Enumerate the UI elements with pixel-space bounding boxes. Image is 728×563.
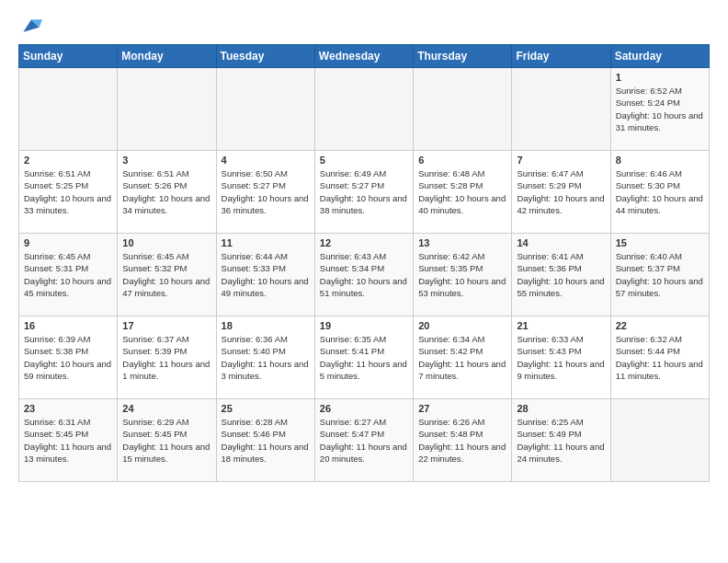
week-row-2: 2Sunrise: 6:51 AM Sunset: 5:25 PM Daylig… — [19, 151, 710, 234]
day-number: 4 — [222, 155, 310, 166]
day-info: Sunrise: 6:29 AM Sunset: 5:45 PM Dayligh… — [122, 416, 210, 465]
weekday-monday: Monday — [118, 45, 216, 68]
day-number: 22 — [616, 320, 704, 331]
day-info: Sunrise: 6:26 AM Sunset: 5:48 PM Dayligh… — [418, 416, 506, 465]
weekday-tuesday: Tuesday — [216, 45, 314, 68]
day-cell: 27Sunrise: 6:26 AM Sunset: 5:48 PM Dayli… — [414, 399, 512, 482]
day-cell — [414, 68, 512, 151]
day-number: 2 — [24, 155, 112, 166]
day-cell: 14Sunrise: 6:41 AM Sunset: 5:36 PM Dayli… — [512, 234, 610, 316]
day-number: 8 — [616, 155, 704, 166]
day-number: 9 — [24, 237, 112, 248]
day-info: Sunrise: 6:45 AM Sunset: 5:32 PM Dayligh… — [122, 250, 210, 299]
day-info: Sunrise: 6:25 AM Sunset: 5:49 PM Dayligh… — [517, 416, 605, 465]
day-cell: 7Sunrise: 6:47 AM Sunset: 5:29 PM Daylig… — [512, 151, 610, 234]
weekday-saturday: Saturday — [610, 45, 709, 68]
day-info: Sunrise: 6:27 AM Sunset: 5:47 PM Dayligh… — [320, 416, 408, 465]
day-info: Sunrise: 6:35 AM Sunset: 5:41 PM Dayligh… — [320, 333, 408, 382]
day-cell: 22Sunrise: 6:32 AM Sunset: 5:44 PM Dayli… — [610, 316, 709, 399]
weekday-wednesday: Wednesday — [314, 45, 413, 68]
week-row-1: 1Sunrise: 6:52 AM Sunset: 5:24 PM Daylig… — [19, 68, 710, 151]
day-cell: 16Sunrise: 6:39 AM Sunset: 5:38 PM Dayli… — [19, 316, 118, 399]
day-info: Sunrise: 6:36 AM Sunset: 5:40 PM Dayligh… — [222, 333, 310, 382]
week-row-3: 9Sunrise: 6:45 AM Sunset: 5:31 PM Daylig… — [19, 234, 710, 316]
day-cell: 19Sunrise: 6:35 AM Sunset: 5:41 PM Dayli… — [314, 316, 413, 399]
day-cell: 6Sunrise: 6:48 AM Sunset: 5:28 PM Daylig… — [414, 151, 512, 234]
day-info: Sunrise: 6:51 AM Sunset: 5:25 PM Dayligh… — [24, 167, 112, 216]
day-number: 3 — [122, 155, 210, 166]
day-info: Sunrise: 6:43 AM Sunset: 5:34 PM Dayligh… — [320, 250, 408, 299]
day-info: Sunrise: 6:32 AM Sunset: 5:44 PM Dayligh… — [616, 333, 704, 382]
day-info: Sunrise: 6:49 AM Sunset: 5:27 PM Dayligh… — [320, 167, 408, 216]
logo-icon — [20, 15, 42, 37]
day-cell: 9Sunrise: 6:45 AM Sunset: 5:31 PM Daylig… — [19, 234, 118, 316]
day-info: Sunrise: 6:46 AM Sunset: 5:30 PM Dayligh… — [616, 167, 704, 216]
day-info: Sunrise: 6:33 AM Sunset: 5:43 PM Dayligh… — [517, 333, 605, 382]
day-cell: 5Sunrise: 6:49 AM Sunset: 5:27 PM Daylig… — [314, 151, 413, 234]
day-cell: 3Sunrise: 6:51 AM Sunset: 5:26 PM Daylig… — [118, 151, 216, 234]
calendar-table: SundayMondayTuesdayWednesdayThursdayFrid… — [18, 44, 710, 482]
week-row-4: 16Sunrise: 6:39 AM Sunset: 5:38 PM Dayli… — [19, 316, 710, 399]
day-cell — [118, 68, 216, 151]
day-info: Sunrise: 6:40 AM Sunset: 5:37 PM Dayligh… — [616, 250, 704, 299]
day-info: Sunrise: 6:37 AM Sunset: 5:39 PM Dayligh… — [122, 333, 210, 382]
weekday-header-row: SundayMondayTuesdayWednesdayThursdayFrid… — [19, 45, 710, 68]
day-number: 13 — [418, 237, 506, 248]
day-cell: 21Sunrise: 6:33 AM Sunset: 5:43 PM Dayli… — [512, 316, 610, 399]
header — [18, 15, 710, 35]
day-number: 11 — [222, 237, 310, 248]
day-number: 6 — [418, 155, 506, 166]
day-info: Sunrise: 6:41 AM Sunset: 5:36 PM Dayligh… — [517, 250, 605, 299]
day-info: Sunrise: 6:45 AM Sunset: 5:31 PM Dayligh… — [24, 250, 112, 299]
day-info: Sunrise: 6:51 AM Sunset: 5:26 PM Dayligh… — [122, 167, 210, 216]
day-cell: 10Sunrise: 6:45 AM Sunset: 5:32 PM Dayli… — [118, 234, 216, 316]
day-number: 27 — [418, 403, 506, 414]
day-cell: 12Sunrise: 6:43 AM Sunset: 5:34 PM Dayli… — [314, 234, 413, 316]
day-cell: 26Sunrise: 6:27 AM Sunset: 5:47 PM Dayli… — [314, 399, 413, 482]
day-number: 18 — [222, 320, 310, 331]
day-cell: 2Sunrise: 6:51 AM Sunset: 5:25 PM Daylig… — [19, 151, 118, 234]
day-info: Sunrise: 6:31 AM Sunset: 5:45 PM Dayligh… — [24, 416, 112, 465]
day-cell: 28Sunrise: 6:25 AM Sunset: 5:49 PM Dayli… — [512, 399, 610, 482]
day-info: Sunrise: 6:52 AM Sunset: 5:24 PM Dayligh… — [616, 85, 704, 133]
day-number: 1 — [616, 72, 704, 83]
day-number: 19 — [320, 320, 408, 331]
week-row-5: 23Sunrise: 6:31 AM Sunset: 5:45 PM Dayli… — [19, 399, 710, 482]
day-cell: 15Sunrise: 6:40 AM Sunset: 5:37 PM Dayli… — [610, 234, 709, 316]
day-number: 16 — [24, 320, 112, 331]
day-cell: 17Sunrise: 6:37 AM Sunset: 5:39 PM Dayli… — [118, 316, 216, 399]
day-number: 25 — [222, 403, 310, 414]
day-cell: 11Sunrise: 6:44 AM Sunset: 5:33 PM Dayli… — [216, 234, 314, 316]
calendar-page: SundayMondayTuesdayWednesdayThursdayFrid… — [0, 0, 728, 491]
day-cell: 20Sunrise: 6:34 AM Sunset: 5:42 PM Dayli… — [414, 316, 512, 399]
day-number: 20 — [418, 320, 506, 331]
day-cell: 1Sunrise: 6:52 AM Sunset: 5:24 PM Daylig… — [610, 68, 709, 151]
day-cell — [610, 399, 709, 482]
day-cell: 8Sunrise: 6:46 AM Sunset: 5:30 PM Daylig… — [610, 151, 709, 234]
day-info: Sunrise: 6:34 AM Sunset: 5:42 PM Dayligh… — [418, 333, 506, 382]
day-cell — [19, 68, 118, 151]
day-number: 26 — [320, 403, 408, 414]
weekday-thursday: Thursday — [414, 45, 512, 68]
day-number: 28 — [517, 403, 605, 414]
day-cell: 18Sunrise: 6:36 AM Sunset: 5:40 PM Dayli… — [216, 316, 314, 399]
day-cell — [314, 68, 413, 151]
day-cell — [512, 68, 610, 151]
day-info: Sunrise: 6:47 AM Sunset: 5:29 PM Dayligh… — [517, 167, 605, 216]
weekday-friday: Friday — [512, 45, 610, 68]
day-info: Sunrise: 6:44 AM Sunset: 5:33 PM Dayligh… — [222, 250, 310, 299]
day-number: 21 — [517, 320, 605, 331]
day-number: 14 — [517, 237, 605, 248]
day-cell: 23Sunrise: 6:31 AM Sunset: 5:45 PM Dayli… — [19, 399, 118, 482]
day-number: 24 — [122, 403, 210, 414]
day-info: Sunrise: 6:48 AM Sunset: 5:28 PM Dayligh… — [418, 167, 506, 216]
day-number: 15 — [616, 237, 704, 248]
day-info: Sunrise: 6:28 AM Sunset: 5:46 PM Dayligh… — [222, 416, 310, 465]
logo — [18, 15, 42, 35]
day-cell: 25Sunrise: 6:28 AM Sunset: 5:46 PM Dayli… — [216, 399, 314, 482]
day-number: 17 — [122, 320, 210, 331]
day-info: Sunrise: 6:39 AM Sunset: 5:38 PM Dayligh… — [24, 333, 112, 382]
weekday-sunday: Sunday — [19, 45, 118, 68]
day-number: 5 — [320, 155, 408, 166]
day-cell: 13Sunrise: 6:42 AM Sunset: 5:35 PM Dayli… — [414, 234, 512, 316]
